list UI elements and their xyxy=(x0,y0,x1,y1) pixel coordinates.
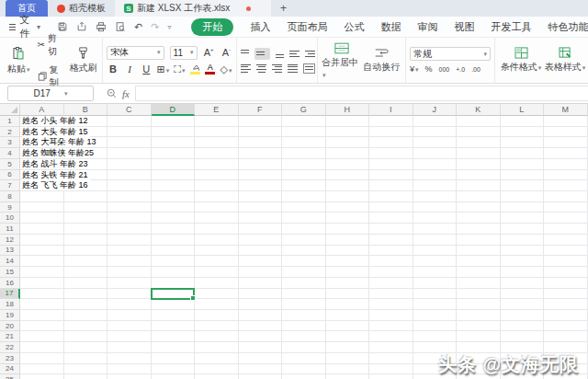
cell-I3[interactable] xyxy=(369,137,413,148)
cell-C11[interactable] xyxy=(107,224,152,235)
row-header-3[interactable]: 3 xyxy=(0,137,20,148)
cell-M8[interactable] xyxy=(544,191,588,202)
cell-I12[interactable] xyxy=(369,235,413,246)
cell-D24[interactable] xyxy=(152,364,196,375)
cell-C16[interactable] xyxy=(107,278,152,289)
cell-B25[interactable] xyxy=(64,374,108,379)
tab-docer-templates[interactable]: 稻壳模板 xyxy=(48,0,115,17)
cell-B14[interactable] xyxy=(64,256,108,267)
cell-C8[interactable] xyxy=(107,191,152,202)
ribbon-tab-2[interactable]: 页面布局 xyxy=(287,20,327,34)
cell-A19[interactable] xyxy=(20,310,64,321)
cell-A10[interactable] xyxy=(20,212,64,224)
cut-button[interactable]: ✂ 剪切 xyxy=(38,32,65,58)
italic-button[interactable]: I xyxy=(123,63,136,75)
cell-L17[interactable] xyxy=(501,289,545,300)
cell-C22[interactable] xyxy=(107,342,152,353)
cell-E1[interactable] xyxy=(195,116,239,127)
cell-A24[interactable] xyxy=(20,364,64,375)
cell-H13[interactable] xyxy=(326,246,370,257)
cell-F16[interactable] xyxy=(239,278,283,289)
format-painter-button[interactable]: 格式刷 xyxy=(68,46,98,75)
print-icon[interactable] xyxy=(96,21,107,32)
cell-K10[interactable] xyxy=(457,212,501,224)
cell-B11[interactable] xyxy=(64,224,108,235)
cell-H16[interactable] xyxy=(326,278,370,289)
wrap-text-button[interactable]: 自动换行 xyxy=(362,47,402,74)
cell-F14[interactable] xyxy=(239,256,283,267)
cell-I19[interactable] xyxy=(369,310,413,321)
cell-L7[interactable] xyxy=(501,180,545,191)
cell-K1[interactable] xyxy=(457,116,501,127)
cell-J19[interactable] xyxy=(413,310,458,321)
cell-M13[interactable] xyxy=(544,246,588,257)
cell-E6[interactable] xyxy=(195,170,239,181)
cell-F7[interactable] xyxy=(239,180,283,191)
cell-E8[interactable] xyxy=(195,191,239,202)
cell-J21[interactable] xyxy=(413,331,458,342)
cell-H25[interactable] xyxy=(326,374,370,379)
cell-A18[interactable] xyxy=(20,299,64,310)
cell-K6[interactable] xyxy=(457,170,501,181)
column-header-H[interactable]: H xyxy=(326,104,370,116)
cell-K18[interactable] xyxy=(457,299,501,310)
cell-B24[interactable] xyxy=(64,364,108,375)
cell-M20[interactable] xyxy=(544,321,588,332)
cell-B10[interactable] xyxy=(64,212,108,224)
cell-D6[interactable] xyxy=(152,170,196,181)
cell-H19[interactable] xyxy=(326,310,370,321)
ribbon-tab-1[interactable]: 插入 xyxy=(250,20,270,34)
cell-F5[interactable] xyxy=(239,159,283,170)
cell-A13[interactable] xyxy=(20,246,64,257)
cell-G25[interactable] xyxy=(282,374,326,379)
cell-D9[interactable] xyxy=(152,202,196,213)
cell-L16[interactable] xyxy=(501,278,545,289)
align-top-button[interactable] xyxy=(241,50,249,58)
increase-indent-button[interactable] xyxy=(305,50,315,58)
cell-I13[interactable] xyxy=(369,246,413,257)
cell-M17[interactable] xyxy=(544,289,588,300)
cell-H17[interactable] xyxy=(326,289,370,300)
cell-J4[interactable] xyxy=(413,148,458,159)
column-header-F[interactable]: F xyxy=(239,104,283,116)
grow-font-button[interactable]: A+ xyxy=(203,47,215,58)
cell-C20[interactable] xyxy=(107,321,152,332)
cell-E14[interactable] xyxy=(195,256,239,267)
cell-M7[interactable] xyxy=(544,180,588,191)
save-icon[interactable] xyxy=(57,21,68,32)
cell-H14[interactable] xyxy=(326,256,370,267)
cell-K16[interactable] xyxy=(457,278,501,289)
cell-F17[interactable] xyxy=(239,289,283,300)
cell-F15[interactable] xyxy=(239,267,283,278)
cell-E2[interactable] xyxy=(195,127,239,138)
row-header-15[interactable]: 15 xyxy=(0,267,20,278)
cell-L2[interactable] xyxy=(501,127,545,138)
cell-A25[interactable] xyxy=(20,374,64,379)
cell-C23[interactable] xyxy=(107,353,152,364)
cell-J1[interactable] xyxy=(413,116,458,127)
cell-D5[interactable] xyxy=(152,159,196,170)
cell-G11[interactable] xyxy=(282,224,326,235)
cell-B9[interactable] xyxy=(64,202,108,213)
row-header-23[interactable]: 23 xyxy=(0,353,20,364)
cell-K21[interactable] xyxy=(457,331,501,342)
cell-F19[interactable] xyxy=(239,310,283,321)
cell-G15[interactable] xyxy=(282,267,326,278)
cell-D15[interactable] xyxy=(152,267,196,278)
cell-B22[interactable] xyxy=(64,342,108,353)
cell-C10[interactable] xyxy=(107,212,152,224)
cell-D13[interactable] xyxy=(152,246,196,257)
cell-H4[interactable] xyxy=(326,148,370,159)
cell-K7[interactable] xyxy=(457,180,501,191)
column-header-M[interactable]: M xyxy=(544,104,588,116)
column-header-G[interactable]: G xyxy=(282,104,326,116)
column-header-B[interactable]: B xyxy=(64,104,108,116)
row-header-4[interactable]: 4 xyxy=(0,148,20,159)
cell-G14[interactable] xyxy=(282,256,326,267)
justify-button[interactable] xyxy=(288,64,298,73)
paste-button[interactable]: 粘贴▾ xyxy=(4,46,34,75)
cell-L10[interactable] xyxy=(501,212,545,224)
cell-G21[interactable] xyxy=(282,331,326,342)
cell-C5[interactable] xyxy=(107,159,152,170)
cell-L12[interactable] xyxy=(501,235,545,246)
